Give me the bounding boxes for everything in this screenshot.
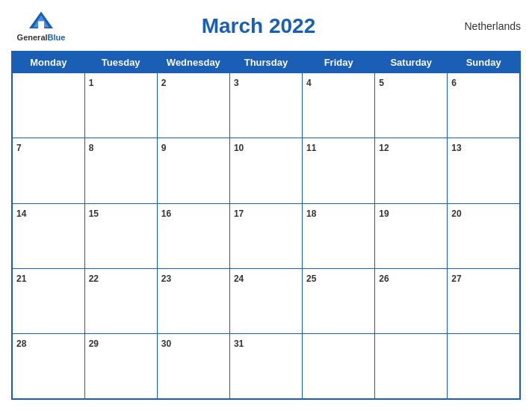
calendar-table: Monday Tuesday Wednesday Thursday Friday… [11, 51, 521, 400]
day-number: 28 [16, 339, 26, 349]
day-number: 25 [306, 274, 316, 284]
calendar-day-cell: 30 [157, 334, 229, 399]
svg-rect-2 [38, 21, 44, 28]
calendar-week-row: 28293031 [12, 334, 520, 399]
day-number: 6 [451, 78, 457, 88]
day-number: 7 [16, 143, 22, 153]
day-number: 3 [234, 78, 239, 88]
day-number: 12 [379, 143, 389, 153]
day-number: 2 [161, 78, 167, 88]
day-number: 13 [451, 143, 461, 153]
calendar-day-cell: 24 [229, 268, 302, 333]
calendar-day-cell: 5 [375, 73, 448, 138]
calendar-day-cell [12, 73, 84, 138]
calendar-day-cell: 14 [12, 203, 84, 268]
day-number: 26 [379, 274, 389, 284]
day-number: 5 [379, 78, 384, 88]
weekday-sunday: Sunday [448, 52, 520, 73]
weekday-tuesday: Tuesday [84, 52, 157, 73]
day-number: 20 [451, 208, 461, 219]
calendar-day-cell: 23 [157, 268, 229, 333]
calendar-day-cell: 1 [84, 73, 157, 138]
day-number: 9 [161, 143, 167, 153]
day-number: 29 [89, 339, 99, 349]
calendar-country: Netherlands [446, 20, 521, 32]
weekday-friday: Friday [303, 52, 375, 73]
weekday-header-row: Monday Tuesday Wednesday Thursday Friday… [12, 52, 520, 73]
day-number: 21 [16, 274, 26, 284]
calendar-day-cell: 12 [375, 138, 448, 203]
day-number: 27 [451, 274, 461, 284]
calendar-week-row: 14151617181920 [12, 203, 520, 268]
day-number: 30 [161, 339, 171, 349]
day-number: 31 [234, 339, 244, 349]
weekday-wednesday: Wednesday [157, 52, 229, 73]
day-number: 11 [306, 143, 316, 153]
calendar-title: March 2022 [71, 14, 446, 38]
calendar-day-cell [303, 334, 375, 399]
calendar-day-cell: 18 [303, 203, 375, 268]
day-number: 24 [234, 274, 244, 284]
calendar-day-cell: 8 [84, 138, 157, 203]
calendar-day-cell: 17 [229, 203, 302, 268]
calendar-day-cell: 15 [84, 203, 157, 268]
weekday-monday: Monday [12, 52, 84, 73]
calendar-day-cell: 25 [303, 268, 375, 333]
calendar-day-cell [448, 334, 520, 399]
calendar-container: General Blue March 2022 Netherlands Mond… [0, 0, 532, 411]
calendar-header: General Blue March 2022 Netherlands [11, 7, 521, 45]
day-number: 18 [306, 208, 316, 219]
calendar-week-row: 21222324252627 [12, 268, 520, 333]
calendar-day-cell: 27 [448, 268, 520, 333]
day-number: 22 [89, 274, 99, 284]
calendar-day-cell: 9 [157, 138, 229, 203]
calendar-day-cell: 26 [375, 268, 448, 333]
calendar-day-cell: 21 [12, 268, 84, 333]
calendar-day-cell [375, 334, 448, 399]
calendar-day-cell: 29 [84, 334, 157, 399]
logo-text-general: General [17, 33, 48, 42]
calendar-day-cell: 13 [448, 138, 520, 203]
logo: General Blue [11, 10, 71, 42]
day-number: 10 [234, 143, 244, 153]
calendar-day-cell: 6 [448, 73, 520, 138]
day-number: 15 [89, 208, 99, 219]
calendar-day-cell: 2 [157, 73, 229, 138]
calendar-day-cell: 3 [229, 73, 302, 138]
day-number: 17 [234, 208, 244, 219]
day-number: 8 [89, 143, 94, 153]
logo-text-blue: Blue [48, 33, 66, 42]
day-number: 23 [161, 274, 171, 284]
calendar-day-cell: 11 [303, 138, 375, 203]
day-number: 16 [161, 208, 171, 219]
calendar-day-cell: 4 [303, 73, 375, 138]
logo-icon [26, 10, 56, 31]
calendar-day-cell: 22 [84, 268, 157, 333]
calendar-day-cell: 28 [12, 334, 84, 399]
day-number: 14 [16, 208, 26, 219]
calendar-week-row: 123456 [12, 73, 520, 138]
calendar-day-cell: 19 [375, 203, 448, 268]
weekday-saturday: Saturday [375, 52, 448, 73]
calendar-day-cell: 7 [12, 138, 84, 203]
weekday-thursday: Thursday [229, 52, 302, 73]
day-number: 1 [89, 78, 94, 88]
calendar-day-cell: 20 [448, 203, 520, 268]
calendar-week-row: 78910111213 [12, 138, 520, 203]
calendar-day-cell: 10 [229, 138, 302, 203]
day-number: 19 [379, 208, 389, 219]
day-number: 4 [306, 78, 312, 88]
calendar-day-cell: 31 [229, 334, 302, 399]
calendar-day-cell: 16 [157, 203, 229, 268]
